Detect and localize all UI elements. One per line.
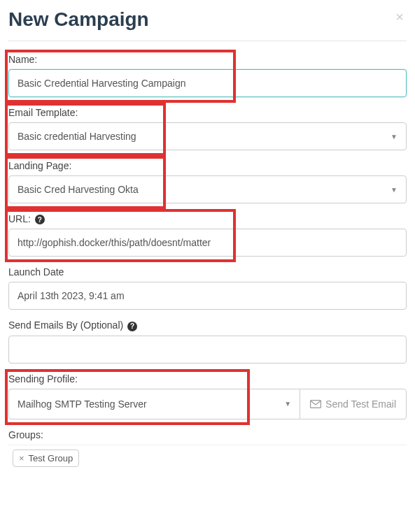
field-landing-page: Landing Page: Basic Cred Harvesting Okta…: [8, 160, 407, 203]
field-email-template: Email Template: Basic credential Harvest…: [8, 107, 407, 150]
envelope-icon: [310, 400, 321, 408]
field-sending-profile: Sending Profile: Mailhog SMTP Testing Se…: [8, 373, 407, 419]
email-template-value: Basic credential Harvesting: [17, 131, 136, 142]
field-url: URL: ?: [8, 213, 407, 257]
landing-page-value: Basic Cred Harvesting Okta: [17, 184, 139, 195]
url-label: URL: ?: [8, 213, 407, 224]
landing-page-label: Landing Page:: [8, 160, 407, 171]
group-tag[interactable]: × Test Group: [13, 450, 79, 467]
name-label: Name:: [8, 54, 407, 65]
send-by-label: Send Emails By (Optional) ?: [8, 319, 407, 331]
field-groups: Groups: × Test Group: [8, 429, 407, 471]
modal-title: New Campaign: [8, 8, 149, 31]
name-input[interactable]: [8, 69, 407, 97]
field-send-by: Send Emails By (Optional) ?: [8, 319, 407, 363]
sending-profile-label: Sending Profile:: [8, 373, 407, 384]
chevron-down-icon: ▼: [391, 133, 398, 141]
send-test-label: Send Test Email: [325, 398, 396, 410]
help-icon[interactable]: ?: [35, 215, 45, 224]
field-launch-date: Launch Date: [8, 266, 407, 310]
groups-label: Groups:: [8, 429, 407, 440]
remove-tag-icon[interactable]: ×: [19, 453, 24, 463]
help-icon[interactable]: ?: [127, 322, 137, 331]
launch-date-label: Launch Date: [8, 266, 407, 278]
send-test-email-button[interactable]: Send Test Email: [300, 389, 407, 419]
landing-page-select[interactable]: Basic Cred Harvesting Okta ▼: [8, 175, 407, 203]
email-template-select[interactable]: Basic credential Harvesting ▼: [8, 122, 407, 150]
send-by-input[interactable]: [8, 336, 407, 364]
chevron-down-icon: ▼: [284, 400, 291, 408]
url-input[interactable]: [8, 229, 407, 257]
sending-profile-value: Mailhog SMTP Testing Server: [17, 398, 147, 410]
launch-date-input[interactable]: [8, 282, 407, 310]
close-icon[interactable]: ×: [393, 8, 407, 25]
group-tag-label: Test Group: [29, 453, 73, 463]
email-template-label: Email Template:: [8, 107, 407, 118]
sending-profile-select[interactable]: Mailhog SMTP Testing Server ▼: [8, 389, 300, 419]
modal-header: New Campaign ×: [8, 8, 407, 41]
groups-container[interactable]: × Test Group: [8, 445, 407, 471]
field-name: Name:: [8, 54, 407, 97]
chevron-down-icon: ▼: [391, 186, 398, 194]
